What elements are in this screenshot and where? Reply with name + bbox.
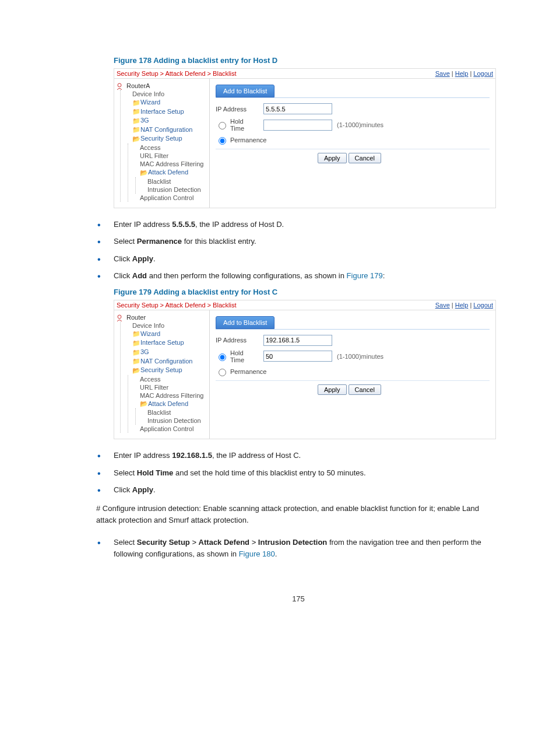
- cancel-button[interactable]: Cancel: [349, 384, 381, 395]
- help-link[interactable]: Help: [455, 302, 469, 309]
- nav-url-filter[interactable]: URL Filter: [132, 383, 207, 391]
- screenshot-178: Security Setup > Attack Defend > Blackli…: [114, 68, 496, 208]
- nav-device-info[interactable]: Device Info: [124, 321, 207, 330]
- ip-label: IP Address: [216, 337, 259, 344]
- nav-access[interactable]: Access: [132, 144, 207, 152]
- figure-180-ref[interactable]: Figure 180: [239, 550, 275, 558]
- nav-security[interactable]: 📂Security Setup: [124, 134, 207, 144]
- permanence-radio[interactable]: Permanence: [216, 135, 259, 145]
- hold-time-input[interactable]: [263, 351, 332, 362]
- nav-url-filter[interactable]: URL Filter: [132, 152, 207, 160]
- folder-icon: 📁: [132, 349, 140, 356]
- router-icon: [117, 314, 125, 321]
- nav-access[interactable]: Access: [132, 375, 207, 383]
- save-link[interactable]: Save: [435, 70, 450, 77]
- folder-icon: 📁: [132, 99, 140, 107]
- step: Enter IP address 5.5.5.5, the IP address…: [114, 219, 501, 230]
- nav-app-control[interactable]: Application Control: [132, 194, 207, 202]
- help-link[interactable]: Help: [455, 70, 469, 77]
- nav-wizard[interactable]: 📁Wizard: [124, 98, 207, 107]
- nav-intrusion[interactable]: Intrusion Detection: [139, 186, 207, 194]
- svg-point-0: [118, 83, 121, 87]
- ip-label: IP Address: [216, 106, 259, 113]
- apply-button[interactable]: Apply: [318, 153, 347, 163]
- nav-tree: RouterA Device Info 📁Wizard 📁Interface S…: [114, 79, 210, 208]
- hold-time-radio-input[interactable]: [219, 354, 226, 361]
- figure-179-ref[interactable]: Figure 179: [347, 271, 383, 280]
- cancel-button[interactable]: Cancel: [349, 153, 381, 163]
- ip-input[interactable]: [263, 103, 332, 114]
- logout-link[interactable]: Logout: [473, 70, 493, 77]
- nav-app-control[interactable]: Application Control: [132, 425, 207, 433]
- folder-icon: 📁: [132, 126, 140, 134]
- nav-mac-filter[interactable]: MAC Address Filtering: [132, 160, 207, 168]
- permanence-radio-input[interactable]: [219, 369, 226, 376]
- step: Click Apply.: [114, 253, 501, 265]
- tab-add-to-blacklist[interactable]: Add to Blacklist: [216, 316, 275, 329]
- folder-icon: 📂: [132, 135, 140, 143]
- folder-icon: 📁: [132, 117, 140, 125]
- nav-nat[interactable]: 📁NAT Configuration: [124, 357, 207, 366]
- nav-intrusion[interactable]: Intrusion Detection: [139, 416, 207, 425]
- paragraph: # Configure intrusion detection: Enable …: [96, 503, 501, 526]
- hold-time-hint: (1-1000)minutes: [337, 121, 383, 128]
- hold-time-radio-input[interactable]: [219, 122, 226, 130]
- logout-link[interactable]: Logout: [473, 302, 493, 309]
- nav-blacklist[interactable]: Blacklist: [139, 177, 207, 186]
- save-link[interactable]: Save: [435, 302, 450, 309]
- figure-179-caption: Figure 179 Adding a blacklist entry for …: [114, 288, 501, 296]
- header-links: Save | Help | Logout: [435, 70, 493, 77]
- nav-mac-filter[interactable]: MAC Address Filtering: [132, 391, 207, 400]
- nav-nat[interactable]: 📁NAT Configuration: [124, 125, 207, 135]
- folder-icon: 📂: [140, 169, 148, 177]
- nav-3g[interactable]: 📁3G: [124, 348, 207, 357]
- nav-security[interactable]: 📂Security Setup: [124, 366, 207, 375]
- nav-3g[interactable]: 📁3G: [124, 116, 207, 125]
- header-links: Save | Help | Logout: [435, 302, 493, 309]
- folder-icon: 📁: [132, 330, 140, 338]
- nav-interface-setup[interactable]: 📁Interface Setup: [124, 107, 207, 117]
- nav-tree: Router Device Info 📁Wizard 📁Interface Se…: [114, 310, 210, 439]
- page-number: 175: [96, 594, 501, 603]
- permanence-radio[interactable]: Permanence: [216, 367, 259, 376]
- folder-icon: 📂: [132, 367, 140, 374]
- step: Select Permanence for this blacklist ent…: [114, 236, 501, 247]
- tab-add-to-blacklist[interactable]: Add to Blacklist: [216, 85, 275, 97]
- nav-wizard[interactable]: 📁Wizard: [124, 330, 207, 339]
- hold-time-radio[interactable]: Hold Time: [216, 349, 259, 363]
- folder-icon: 📁: [132, 108, 140, 116]
- nav-device-info[interactable]: Device Info: [124, 90, 207, 98]
- step: Select Security Setup > Attack Defend > …: [114, 537, 501, 559]
- step: Enter IP address 192.168.1.5, the IP add…: [114, 450, 501, 461]
- nav-blacklist[interactable]: Blacklist: [139, 408, 207, 416]
- folder-icon: 📁: [132, 358, 140, 365]
- nav-attack-defend[interactable]: 📂Attack Defend: [132, 400, 207, 409]
- router-icon: [117, 83, 125, 90]
- step: Select Hold Time and set the hold time o…: [114, 467, 501, 479]
- screenshot-179: Security Setup > Attack Defend > Blackli…: [114, 300, 496, 440]
- hold-time-input[interactable]: [263, 120, 332, 131]
- hold-time-hint: (1-1000)minutes: [337, 353, 383, 360]
- step: Click Apply.: [114, 484, 501, 496]
- step: Click Add and then perform the following…: [114, 270, 501, 282]
- folder-icon: 📁: [132, 340, 140, 347]
- nav-interface-setup[interactable]: 📁Interface Setup: [124, 338, 207, 348]
- apply-button[interactable]: Apply: [318, 384, 347, 395]
- breadcrumb: Security Setup > Attack Defend > Blackli…: [117, 302, 236, 309]
- nav-attack-defend[interactable]: 📂Attack Defend: [132, 168, 207, 177]
- router-name: Router: [126, 314, 146, 321]
- svg-point-1: [118, 315, 121, 318]
- permanence-radio-input[interactable]: [219, 137, 226, 145]
- figure-178-caption: Figure 178 Adding a blacklist entry for …: [114, 56, 501, 65]
- folder-icon: 📂: [140, 400, 148, 408]
- breadcrumb: Security Setup > Attack Defend > Blackli…: [117, 70, 236, 77]
- ip-input[interactable]: [263, 335, 332, 346]
- router-name: RouterA: [126, 82, 150, 89]
- hold-time-radio[interactable]: Hold Time: [216, 118, 259, 132]
